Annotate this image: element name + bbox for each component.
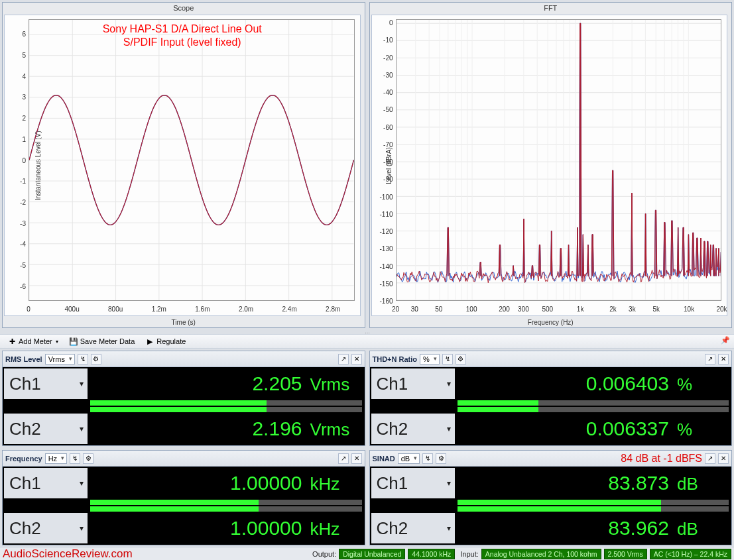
scope-title: Scope (3, 3, 365, 13)
graph-mode-icon[interactable]: ↯ (78, 354, 88, 364)
ch1-bar (458, 400, 729, 406)
popout-icon[interactable]: ↗ (338, 354, 349, 364)
scope-xlabel: Time (s) (3, 317, 365, 327)
settings-gear-icon[interactable]: ⚙ (436, 453, 446, 464)
scope-plot[interactable]: Instantaneous Level (V) Sony HAP-S1 D/A … (4, 15, 361, 316)
fft-xlabel: Frequency (Hz) (370, 317, 732, 327)
ch1-value: 83.873 (608, 472, 669, 494)
ch2-unit: Vrms (310, 420, 357, 440)
meter-title: SINAD (373, 455, 395, 463)
scope-annotation-line2: S/PDIF Input (level fixed) (123, 36, 241, 48)
chevron-down-icon: ▾ (80, 424, 84, 433)
meter-thdn: THD+N Ratio % ↯ ⚙ ↗ ✕ Ch1▾ 0.006403% Ch2… (369, 351, 733, 446)
ch2-value: 83.962 (608, 517, 669, 539)
ch1-value: 1.00000 (230, 472, 302, 494)
ch2-bar (90, 407, 362, 412)
input-range-chip: 2.500 Vrms (604, 549, 647, 559)
output-rate-chip: 44.1000 kHz (408, 549, 455, 559)
channel-label[interactable]: Ch1▾ (371, 368, 456, 399)
fft-plot[interactable]: Level (dBrA) 2030501002003005001k2k3k5k1… (371, 15, 728, 316)
scope-annotation-line1: Sony HAP-S1 D/A Direct Line Out (103, 23, 262, 35)
channel-label[interactable]: Ch2▾ (371, 414, 456, 444)
ch2-unit: % (677, 420, 723, 440)
scope-panel: Scope Instantaneous Level (V) Sony HAP-S… (2, 2, 365, 328)
close-icon[interactable]: ✕ (718, 453, 729, 464)
ch2-bar (458, 407, 729, 412)
ch1-bar (90, 500, 362, 505)
meter-toolbar: ✚Add Meter▾ 💾Save Meter Data ▶Regulate 📌 (0, 334, 734, 349)
ch2-value: 2.196 (252, 418, 302, 440)
channel-label[interactable]: Ch1▾ (4, 468, 89, 498)
chevron-down-icon: ▾ (80, 379, 84, 388)
regulate-button[interactable]: ▶Regulate (141, 335, 190, 347)
close-icon[interactable]: ✕ (351, 453, 362, 464)
input-label: Input: (460, 550, 479, 558)
close-icon[interactable]: ✕ (351, 354, 362, 364)
channel-label[interactable]: Ch1▾ (4, 368, 89, 399)
unit-select[interactable]: % (420, 354, 440, 364)
ch1-unit: % (677, 374, 723, 395)
ch1-unit: kHz (310, 474, 357, 494)
ch1-value: 0.006403 (586, 372, 669, 395)
add-meter-button[interactable]: ✚Add Meter▾ (3, 335, 63, 347)
meter-freq: Frequency Hz ↯ ⚙ ↗ ✕ Ch1▾ 1.00000kHz Ch2… (2, 450, 365, 545)
ch1-bar (458, 500, 729, 505)
ch2-unit: kHz (310, 519, 357, 539)
graph-mode-icon[interactable]: ↯ (442, 354, 453, 364)
chevron-down-icon: ▾ (447, 424, 451, 433)
ch1-unit: Vrms (310, 374, 357, 395)
dropdown-caret-icon: ▾ (56, 339, 58, 345)
unit-select[interactable]: Vrms (45, 354, 75, 364)
settings-gear-icon[interactable]: ⚙ (83, 453, 93, 464)
close-icon[interactable]: ✕ (718, 354, 729, 364)
channel-label[interactable]: Ch1▾ (371, 468, 456, 498)
chevron-down-icon: ▾ (80, 478, 84, 488)
unit-select[interactable]: dB (398, 453, 420, 464)
popout-icon[interactable]: ↗ (705, 354, 715, 364)
fft-panel: FFT Level (dBrA) 2030501002003005001k2k3… (369, 2, 733, 328)
meter-rms: RMS Level Vrms ↯ ⚙ ↗ ✕ Ch1▾ 2.205Vrms Ch… (2, 351, 365, 446)
input-bw-chip: AC (<10 Hz) – 22.4 kHz (650, 549, 731, 559)
save-meter-button[interactable]: 💾Save Meter Data (64, 335, 140, 347)
output-label: Output: (312, 550, 336, 558)
channel-label[interactable]: Ch2▾ (4, 414, 89, 444)
ch2-unit: dB (677, 519, 723, 539)
chevron-down-icon: ▾ (447, 379, 451, 388)
plus-icon: ✚ (7, 337, 17, 346)
ch2-bar (458, 506, 729, 512)
save-icon: 💾 (69, 337, 78, 346)
chevron-down-icon: ▾ (447, 524, 451, 533)
channel-label[interactable]: Ch2▾ (4, 513, 89, 543)
settings-gear-icon[interactable]: ⚙ (91, 354, 101, 364)
graph-mode-icon[interactable]: ↯ (422, 453, 433, 464)
meter-title: RMS Level (5, 355, 42, 363)
ch1-unit: dB (677, 474, 723, 494)
brand-watermark: AudioScienceReview.com (3, 547, 133, 561)
fft-title: FFT (370, 3, 732, 13)
ch1-value: 2.205 (252, 372, 302, 395)
unit-select[interactable]: Hz (45, 453, 67, 464)
status-bar: AudioScienceReview.com Output: Digital U… (0, 547, 734, 560)
meter-sinad: SINAD dB ↯ ⚙ 84 dB at -1 dBFS ↗ ✕ Ch1▾ 8… (369, 450, 733, 545)
meter-title: Frequency (5, 455, 42, 463)
input-type-chip: Analog Unbalanced 2 Ch, 100 kohm (481, 549, 601, 559)
popout-icon[interactable]: ↗ (338, 453, 349, 464)
settings-gear-icon[interactable]: ⚙ (456, 354, 466, 364)
meter-title: THD+N Ratio (373, 355, 418, 363)
output-type-chip: Digital Unbalanced (339, 549, 405, 559)
pin-icon[interactable]: 📌 (721, 336, 731, 347)
sinad-annotation: 84 dB at -1 dBFS (621, 453, 702, 465)
ch2-bar (90, 506, 362, 512)
chevron-down-icon: ▾ (80, 524, 84, 533)
ch2-value: 1.00000 (230, 517, 302, 539)
channel-label[interactable]: Ch2▾ (371, 513, 456, 543)
ch1-bar (90, 400, 362, 406)
play-icon: ▶ (145, 337, 154, 346)
ch2-value: 0.006337 (586, 418, 669, 440)
graph-mode-icon[interactable]: ↯ (70, 453, 80, 464)
popout-icon[interactable]: ↗ (705, 453, 715, 464)
chevron-down-icon: ▾ (447, 478, 451, 488)
